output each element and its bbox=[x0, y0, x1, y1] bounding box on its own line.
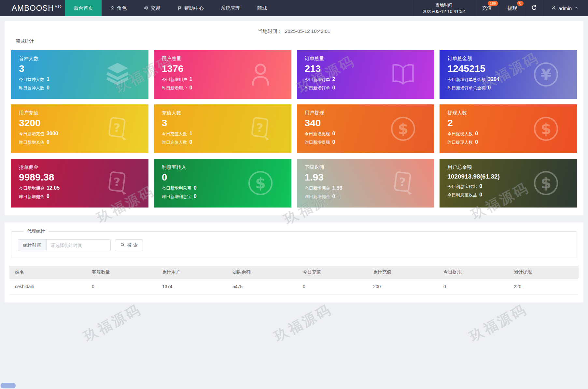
app-logo-text: AMBOOSH bbox=[12, 4, 54, 13]
watermark: 玖福源码 bbox=[467, 300, 530, 346]
stat-time-label: 统计时间 bbox=[18, 239, 46, 251]
svg-text:$: $ bbox=[255, 174, 265, 192]
stat-line-value: 0 bbox=[332, 139, 335, 145]
user-menu[interactable]: admin bbox=[543, 0, 588, 16]
refresh-button[interactable] bbox=[525, 0, 543, 16]
page-local-time: 当地时间： 2025-05-12 10:42:01 bbox=[11, 26, 577, 35]
stat-line-label: 昨日新增提现 bbox=[305, 140, 330, 145]
stat-line-label: 今日首冲人数 bbox=[19, 77, 44, 82]
search-button[interactable]: 搜 索 bbox=[115, 239, 143, 251]
local-time-label: 当地时间 bbox=[435, 2, 452, 8]
stat-line-label: 昨日新增用户 bbox=[162, 86, 187, 90]
app-logo: AMBOOSH V10 bbox=[0, 0, 65, 16]
stat-line-value: 0 bbox=[47, 85, 49, 90]
stat-line-value: 0 bbox=[475, 139, 478, 145]
nav-item-label: 商城 bbox=[257, 5, 267, 11]
refresh-icon bbox=[531, 5, 537, 12]
nav-item-label: 角色 bbox=[117, 5, 127, 11]
stat-card-first-recharge-users: 首冲人数 3 今日首冲人数1 昨日首冲人数0 bbox=[11, 50, 148, 99]
stat-line-label: 今日新增订单 bbox=[305, 77, 330, 82]
table-cell: 0 bbox=[438, 279, 508, 294]
table-header-cell: 姓名 bbox=[9, 266, 86, 279]
table-cell: 0 bbox=[86, 279, 157, 294]
dollar-circle-icon: $ bbox=[532, 169, 560, 197]
stat-time-input[interactable] bbox=[46, 239, 111, 251]
stat-line-label: 昨日新增利息宝 bbox=[162, 194, 191, 199]
stat-card-total-user-balance: 用户总余额 1020913.98(61.32) 今日利息宝转出0 今日利息宝收益… bbox=[440, 159, 577, 208]
stat-line-value: 0 bbox=[488, 85, 491, 90]
table-cell: 200 bbox=[368, 279, 438, 294]
chevron-up-icon bbox=[574, 6, 578, 11]
stat-line-label: 今日新增佣金 bbox=[305, 186, 330, 191]
agent-stats-legend: 代理统计 bbox=[24, 228, 49, 234]
stat-card-order-commission: 抢单佣金 9989.38 今日新增佣金12.05 昨日新增佣金0 ? bbox=[11, 159, 148, 208]
floating-button[interactable] bbox=[1, 383, 16, 388]
nav-item-trade[interactable]: 交易 bbox=[135, 0, 169, 16]
nav-item-home[interactable]: 后台首页 bbox=[65, 0, 102, 16]
navbar-right: 当地时间 2025-05-12 10:41:52 充值 186 提现 0 adm… bbox=[413, 0, 588, 16]
agent-stats-table: 姓名 客服数量 累计用户 团队余额 今日充值 累计充值 今日提现 累计提现 ce… bbox=[9, 266, 579, 295]
agent-stats-fieldset: 代理统计 统计时间 搜 索 bbox=[11, 228, 577, 258]
svg-text:?: ? bbox=[256, 121, 263, 134]
stat-line-label: 昨日新增订单 bbox=[305, 86, 330, 90]
svg-text:$: $ bbox=[541, 120, 551, 138]
user-icon bbox=[551, 5, 556, 11]
stat-line-value: 0 bbox=[47, 194, 49, 199]
stat-line-label: 昨日新增订单总金额 bbox=[447, 86, 485, 90]
withdraw-badge: 0 bbox=[517, 1, 524, 6]
stat-card-user-recharge: 用户充值 3200 今日新增充值3000 昨日新增充值0 ? bbox=[11, 104, 148, 153]
svg-text:?: ? bbox=[114, 121, 120, 134]
nav-item-roles[interactable]: 角色 bbox=[102, 0, 135, 16]
book-icon bbox=[389, 60, 417, 88]
stat-time-input-group: 统计时间 bbox=[18, 239, 111, 251]
stat-line-value: 2 bbox=[332, 76, 335, 82]
stat-line-value: 0 bbox=[479, 192, 482, 197]
stat-line-value: 0 bbox=[332, 131, 335, 136]
person-icon bbox=[246, 60, 274, 88]
layers-icon bbox=[104, 60, 132, 88]
dollar-circle-icon: $ bbox=[246, 169, 274, 197]
nav-item-mall[interactable]: 商城 bbox=[249, 0, 275, 16]
svg-text:?: ? bbox=[114, 175, 120, 189]
stat-line-label: 今日新增订单总金额 bbox=[447, 77, 485, 82]
page-local-time-value: 2025-05-12 10:42:01 bbox=[285, 28, 330, 34]
top-navbar: AMBOOSH V10 后台首页 角色 交易 帮助中心 系统管理 商城 当地时间… bbox=[0, 0, 588, 16]
recharge-badge: 186 bbox=[488, 1, 498, 6]
withdraw-button[interactable]: 提现 0 bbox=[500, 0, 525, 16]
yen-circle-icon: ¥ bbox=[532, 60, 560, 88]
stat-line-value: 1 bbox=[47, 76, 49, 82]
agent-filter-row: 统计时间 搜 索 bbox=[18, 239, 577, 251]
table-header-cell: 累计充值 bbox=[368, 266, 438, 279]
stat-line-value: 0 bbox=[194, 194, 197, 199]
nav-item-label: 后台首页 bbox=[74, 5, 93, 11]
stat-card-total-order-amount: 订单总金额 1245215 今日新增订单总金额3204 昨日新增订单总金额0 ¥ bbox=[440, 50, 577, 99]
scales-icon bbox=[144, 6, 149, 11]
svg-text:?: ? bbox=[399, 175, 406, 189]
stat-line-label: 今日新增佣金 bbox=[19, 186, 44, 191]
nav-item-help-center[interactable]: 帮助中心 bbox=[169, 0, 212, 16]
svg-text:¥: ¥ bbox=[541, 66, 551, 83]
stat-line-value: 0 bbox=[47, 139, 49, 145]
stat-line-label: 今日新增提现 bbox=[305, 131, 330, 136]
doc-question-icon: ? bbox=[104, 169, 132, 197]
stat-line-value: 0 bbox=[189, 139, 192, 145]
stat-line-value: 3204 bbox=[488, 76, 499, 82]
table-header-cell: 客服数量 bbox=[86, 266, 157, 279]
table-header-row: 姓名 客服数量 累计用户 团队余额 今日充值 累计充值 今日提现 累计提现 bbox=[9, 266, 579, 279]
mall-stats-panel: 当地时间： 2025-05-12 10:42:01 商城统计 首冲人数 3 今日… bbox=[5, 21, 583, 215]
page-local-time-label: 当地时间： bbox=[258, 28, 282, 34]
stat-line-value: 0 bbox=[189, 85, 192, 90]
stat-line-label: 昨日新增佣金 bbox=[305, 194, 330, 199]
stat-line-value: 0 bbox=[332, 85, 335, 90]
watermark: 玖福源码 bbox=[271, 300, 335, 346]
stat-line-label: 今日利息宝收益 bbox=[447, 193, 477, 197]
recharge-button[interactable]: 充值 186 bbox=[474, 0, 500, 16]
search-button-label: 搜 索 bbox=[127, 242, 138, 248]
dollar-circle-icon: $ bbox=[532, 115, 560, 143]
stat-card-interest-transfer-in: 利息宝转入 0 今日新增利息宝0 昨日新增利息宝0 $ bbox=[154, 159, 291, 208]
nav-item-label: 帮助中心 bbox=[184, 5, 204, 11]
dollar-circle-icon: $ bbox=[389, 115, 417, 143]
section-title-mall-stats: 商城统计 bbox=[16, 38, 577, 44]
nav-item-system[interactable]: 系统管理 bbox=[212, 0, 249, 16]
table-cell: 5475 bbox=[227, 279, 297, 294]
